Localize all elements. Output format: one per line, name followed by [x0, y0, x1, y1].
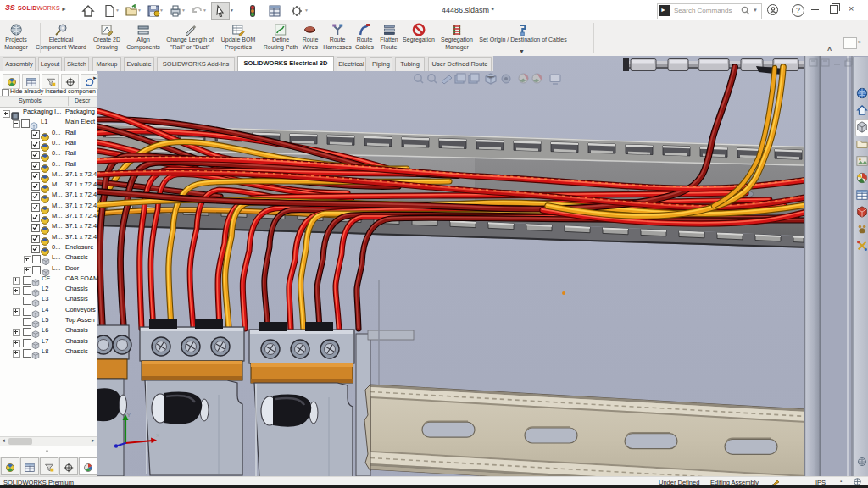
svg-text:Y: Y: [127, 413, 131, 418]
svg-text:X: X: [156, 433, 159, 438]
